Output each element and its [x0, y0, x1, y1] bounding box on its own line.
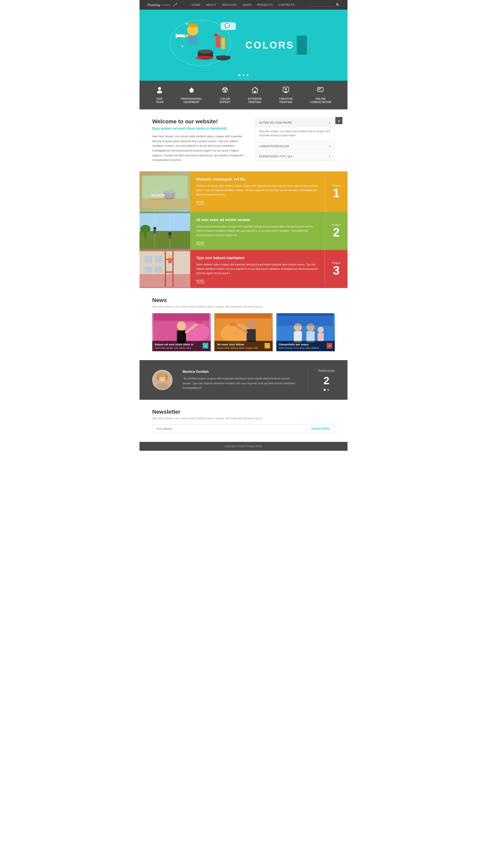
search-input[interactable] — [309, 3, 334, 7]
svg-rect-13 — [216, 35, 220, 48]
svg-rect-8 — [175, 33, 177, 38]
svg-rect-71 — [155, 256, 162, 263]
feature-our-team[interactable]: OURTEAM — [156, 86, 163, 104]
testimonials-num: 2 — [318, 375, 335, 387]
consultation-icon — [317, 86, 324, 95]
svg-rect-46 — [142, 198, 188, 208]
testimonials-right: Testimonials 2 — [308, 369, 335, 391]
feature-color[interactable]: COLOREXPERT — [220, 86, 231, 104]
news-plus-1[interactable]: + — [203, 343, 208, 348]
svg-rect-70 — [144, 256, 152, 263]
newsletter-email-input[interactable] — [152, 424, 307, 433]
search-icon[interactable]: 🔍 — [336, 3, 340, 7]
project-3-illustration — [139, 251, 190, 287]
nav-contacts[interactable]: CONTACTS — [279, 3, 295, 6]
svg-point-58 — [153, 227, 156, 230]
welcome-left: Welcome to our website! Duis autem vel e… — [152, 118, 248, 162]
features-bar: OURTEAM PROFESSIONALEQUIPMENT COLOREXPER… — [139, 81, 348, 110]
svg-rect-43 — [318, 89, 320, 90]
nav-projects[interactable]: PROJECTS — [257, 3, 273, 6]
svg-rect-39 — [285, 92, 287, 92]
news-caption-2: Vel eumi riure doloer Deluta nobis eleif… — [214, 341, 273, 351]
project-more-3[interactable]: MORE — [196, 279, 204, 283]
hero-dot-1[interactable] — [238, 74, 240, 76]
svg-point-40 — [285, 88, 287, 90]
feature-exterior[interactable]: EXTERIORPAINTING — [248, 86, 262, 104]
hero-colors-label: COLORS — [245, 40, 294, 51]
svg-rect-36 — [254, 91, 256, 93]
svg-point-74 — [168, 254, 172, 258]
avatar-illustration — [153, 370, 172, 390]
news-plus-2[interactable]: + — [265, 343, 270, 348]
svg-point-87 — [247, 320, 256, 329]
news-plus-3[interactable]: + — [327, 343, 332, 348]
project-2-illustration — [139, 213, 190, 249]
svg-rect-75 — [168, 258, 172, 263]
accordion-item-2[interactable]: LOREM IPSUM DOLOR ▼ — [255, 142, 335, 151]
newsletter-form: SUBSCRIBE — [152, 424, 335, 433]
accordion-item-1[interactable]: AUTEM VEL EUM IRIURE ▲ Nam liber tempor … — [255, 118, 335, 141]
news-grid: Autem vel eum iriure dolor in Saem liber… — [152, 313, 335, 351]
nav-news[interactable]: NEWS — [243, 3, 252, 6]
projects-section: Molestie consequat, vel illu Tempor cum … — [139, 171, 348, 288]
welcome-title: Welcome to our website! — [152, 118, 248, 125]
hero-brush — [297, 36, 307, 55]
project-row-1: Molestie consequat, vel illu Tempor cum … — [139, 171, 348, 212]
project-image-3 — [139, 250, 190, 288]
svg-text:♥: ♥ — [181, 44, 184, 49]
project-number-3: Project 3 — [325, 250, 348, 288]
feature-color-label: COLOREXPERT — [220, 97, 231, 104]
feature-equipment[interactable]: PROFESSIONALEQUIPMENT — [181, 86, 202, 104]
project-body-1: Tempor cum soluta nobis eleifend option … — [196, 184, 319, 197]
hero-dot-2[interactable] — [242, 74, 245, 76]
project-more-1[interactable]: MORE — [196, 201, 204, 205]
testimonials-dots — [318, 389, 335, 391]
svg-rect-51 — [155, 189, 157, 195]
hero-section: ★ ★ ✓ 💬 ♥ COLORS — [139, 10, 348, 81]
hero-content: ★ ★ ✓ 💬 ♥ COLORS — [139, 10, 348, 81]
accordion-content-1: Nam liber tempor cum soluta nobis eleife… — [255, 127, 334, 140]
project-image-2 — [139, 212, 190, 250]
scroll-top-button[interactable]: ▲ — [335, 117, 343, 124]
project-body-2: Soluta nobis eleifend option congue nihi… — [196, 224, 319, 237]
accordion-header-2[interactable]: LOREM IPSUM DOLOR ▼ — [255, 142, 334, 150]
newsletter-subscribe-button[interactable]: SUBSCRIBE — [307, 424, 335, 433]
project-title-1: Molestie consequat, vel illu — [196, 177, 319, 181]
svg-rect-69 — [165, 272, 173, 273]
creative-icon — [282, 86, 289, 95]
nav-about[interactable]: ABOUT — [206, 3, 216, 6]
welcome-section: Welcome to our website! Duis autem vel e… — [139, 110, 348, 171]
project-more-2[interactable]: MORE — [196, 241, 204, 245]
svg-rect-73 — [155, 267, 162, 273]
nav-services[interactable]: SERVICES — [222, 3, 237, 6]
svg-point-12 — [195, 56, 213, 60]
svg-text:★: ★ — [185, 22, 189, 26]
accordion-item-3[interactable]: EODEM MODO TYPI, QUI ▼ — [255, 152, 335, 161]
svg-point-105 — [165, 374, 168, 381]
svg-rect-15 — [221, 37, 225, 49]
news-card-3: Gumanitatis per seacu Beber tempor cum s… — [276, 313, 335, 351]
hero-dot-3[interactable] — [247, 74, 249, 76]
accordion-header-3[interactable]: EODEM MODO TYPI, QUI ▼ — [255, 152, 334, 160]
svg-rect-42 — [318, 88, 321, 89]
svg-rect-27 — [190, 89, 194, 92]
svg-rect-55 — [139, 231, 190, 249]
svg-point-49 — [164, 190, 175, 193]
t-dot-2[interactable] — [327, 389, 329, 391]
project-image-1 — [139, 171, 190, 212]
svg-rect-83 — [195, 321, 203, 324]
feature-consultation[interactable]: ONLINECONSULTATION — [310, 86, 331, 104]
news-caption-text-1: Autem vel eum iriure dolor in Saem liber… — [155, 343, 203, 349]
svg-rect-30 — [192, 92, 193, 93]
svg-rect-52 — [149, 198, 167, 200]
footer: Copyright © 2015 | Privacy Policy — [139, 442, 348, 451]
accordion-header-1[interactable]: AUTEM VEL EUM IRIURE ▲ — [255, 119, 334, 127]
news-card-title-1: Autem vel eum iriure dolor in — [155, 343, 203, 346]
footer-text: Copyright © 2015 | Privacy Policy — [142, 445, 345, 448]
nav-home[interactable]: HOME — [192, 3, 201, 6]
feature-creative[interactable]: CREATIVEPAINTING — [279, 86, 293, 104]
feature-consultation-label: ONLINECONSULTATION — [310, 97, 331, 104]
newsletter-section: Newsletter Nam liber tempor cum soluta n… — [139, 400, 348, 442]
t-dot-1[interactable] — [324, 389, 326, 391]
svg-rect-29 — [191, 92, 191, 93]
